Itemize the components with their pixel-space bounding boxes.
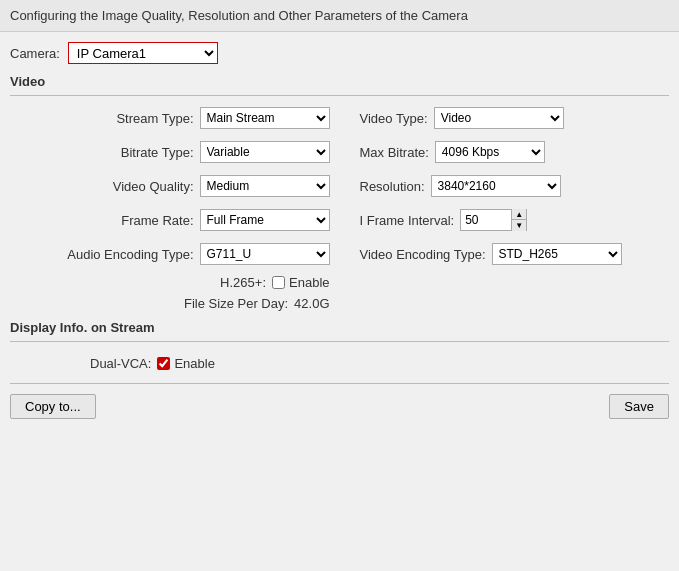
file-size-row: File Size Per Day: 42.0G <box>10 293 669 314</box>
video-quality-label: Video Quality: <box>113 179 194 194</box>
max-bitrate-row: Max Bitrate: 512 Kbps 1024 Kbps 2048 Kbp… <box>340 138 670 166</box>
max-bitrate-label: Max Bitrate: <box>360 145 429 160</box>
camera-label: Camera: <box>10 46 60 61</box>
audio-encoding-type-label: Audio Encoding Type: <box>67 247 193 262</box>
camera-select[interactable]: IP Camera1 IP Camera2 IP Camera3 <box>68 42 218 64</box>
i-frame-interval-row: I Frame Interval: ▲ ▼ <box>340 206 670 234</box>
page-header: Configuring the Image Quality, Resolutio… <box>0 0 679 32</box>
frame-rate-label: Frame Rate: <box>121 213 193 228</box>
display-section-title: Display Info. on Stream <box>10 320 669 337</box>
i-frame-interval-spinbox[interactable]: ▲ ▼ <box>460 209 527 231</box>
bitrate-type-row: Bitrate Type: Variable Constant <box>10 138 340 166</box>
video-divider <box>10 95 669 96</box>
video-encoding-type-label: Video Encoding Type: <box>360 247 486 262</box>
i-frame-interval-label: I Frame Interval: <box>360 213 455 228</box>
dual-vca-checkbox[interactable] <box>157 357 170 370</box>
save-button[interactable]: Save <box>609 394 669 419</box>
dual-vca-enable-label: Enable <box>174 356 214 371</box>
h265-plus-enable-label: Enable <box>289 275 329 290</box>
resolution-label: Resolution: <box>360 179 425 194</box>
spinbox-buttons: ▲ ▼ <box>511 209 526 231</box>
video-type-select[interactable]: Video Video & Audio <box>434 107 564 129</box>
max-bitrate-select[interactable]: 512 Kbps 1024 Kbps 2048 Kbps 4096 Kbps 8… <box>435 141 545 163</box>
audio-encoding-type-select[interactable]: G711_U G711_A G726 AAC <box>200 243 330 265</box>
resolution-select[interactable]: 3840*2160 1920*1080 1280*720 <box>431 175 561 197</box>
frame-rate-row: Frame Rate: Full Frame 1/2 1/4 1/8 1/16 <box>10 206 340 234</box>
h265-plus-label: H.265+: <box>220 275 266 290</box>
video-encoding-type-select[interactable]: STD_H265 STD_H264 H264+ H265+ <box>492 243 622 265</box>
spinbox-down-button[interactable]: ▼ <box>512 220 526 231</box>
stream-type-label: Stream Type: <box>116 111 193 126</box>
dual-vca-label: Dual-VCA: <box>90 356 151 371</box>
h265-plus-row: H.265+: Enable <box>10 272 669 293</box>
frame-rate-select[interactable]: Full Frame 1/2 1/4 1/8 1/16 <box>200 209 330 231</box>
resolution-row: Resolution: 3840*2160 1920*1080 1280*720 <box>340 172 670 200</box>
video-type-row: Video Type: Video Video & Audio <box>340 104 670 132</box>
video-section: Video Stream Type: Main Stream Sub Strea… <box>10 74 669 314</box>
page-container: Configuring the Image Quality, Resolutio… <box>0 0 679 571</box>
dual-vca-checkbox-label[interactable]: Enable <box>157 356 214 371</box>
display-divider <box>10 341 669 342</box>
audio-encoding-type-row: Audio Encoding Type: G711_U G711_A G726 … <box>10 240 340 268</box>
dual-vca-container: Dual-VCA: Enable <box>10 350 669 373</box>
spinbox-up-button[interactable]: ▲ <box>512 209 526 220</box>
video-quality-select[interactable]: Lowest Lower Low Medium Higher Highest <box>200 175 330 197</box>
file-size-value: 42.0G <box>294 296 329 311</box>
bitrate-type-select[interactable]: Variable Constant <box>200 141 330 163</box>
display-section: Display Info. on Stream Dual-VCA: Enable <box>10 320 669 373</box>
i-frame-interval-input[interactable] <box>461 210 511 230</box>
video-section-title: Video <box>10 74 669 91</box>
video-quality-row: Video Quality: Lowest Lower Low Medium H… <box>10 172 340 200</box>
h265-plus-checkbox-label[interactable]: Enable <box>272 275 329 290</box>
main-content: Camera: IP Camera1 IP Camera2 IP Camera3… <box>0 32 679 571</box>
h265-plus-checkbox[interactable] <box>272 276 285 289</box>
page-title: Configuring the Image Quality, Resolutio… <box>10 8 468 23</box>
footer-row: Copy to... Save <box>10 383 669 429</box>
stream-type-row: Stream Type: Main Stream Sub Stream Thir… <box>10 104 340 132</box>
video-encoding-type-row: Video Encoding Type: STD_H265 STD_H264 H… <box>340 240 670 268</box>
camera-row: Camera: IP Camera1 IP Camera2 IP Camera3 <box>10 42 669 64</box>
stream-type-select[interactable]: Main Stream Sub Stream Third Stream <box>200 107 330 129</box>
form-grid: Stream Type: Main Stream Sub Stream Thir… <box>10 104 669 268</box>
video-type-label: Video Type: <box>360 111 428 126</box>
file-size-label: File Size Per Day: <box>184 296 288 311</box>
copy-to-button[interactable]: Copy to... <box>10 394 96 419</box>
bitrate-type-label: Bitrate Type: <box>121 145 194 160</box>
